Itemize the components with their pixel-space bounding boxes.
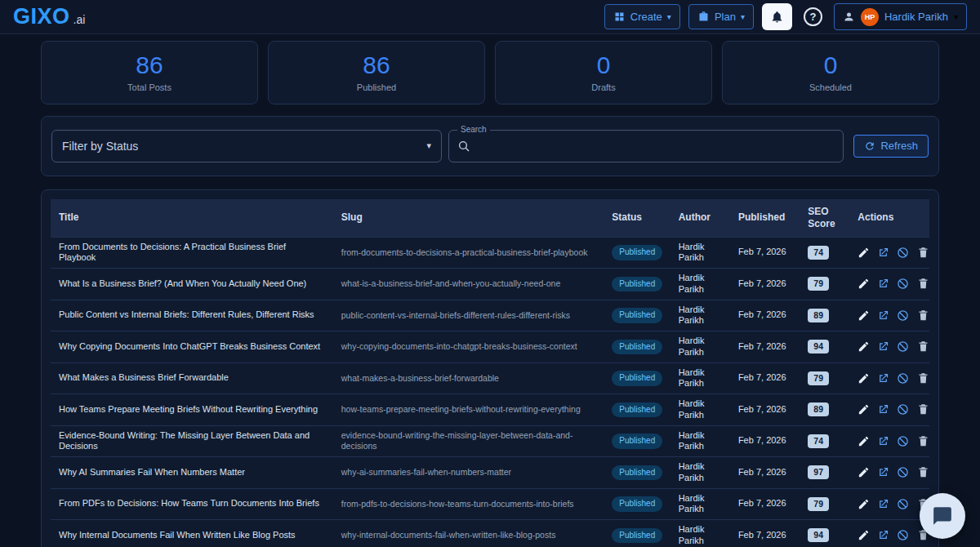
post-status-cell: Published: [604, 457, 670, 489]
post-status-cell: Published: [604, 331, 670, 363]
delete-icon[interactable]: [917, 340, 929, 353]
post-title: What Makes a Business Brief Forwardable: [51, 362, 333, 394]
refresh-button-label: Refresh: [880, 140, 918, 152]
post-published-date: Feb 7, 2026: [730, 331, 800, 363]
unpublish-icon[interactable]: [897, 403, 909, 416]
search-input[interactable]: [477, 139, 835, 153]
user-menu[interactable]: HP Hardik Parikh ▾: [834, 3, 967, 30]
stat-value: 0: [729, 51, 932, 80]
table-body: From Documents to Decisions: A Practical…: [51, 237, 929, 547]
open-external-icon[interactable]: [877, 278, 889, 290]
post-slug: from-documents-to-decisions-a-practical-…: [333, 237, 604, 269]
post-seo-cell: 79: [800, 488, 849, 520]
post-title: Evidence-Bound Writing: The Missing Laye…: [51, 425, 333, 457]
column-header-actions: Actions: [849, 199, 929, 238]
unpublish-icon[interactable]: [897, 278, 909, 290]
delete-icon[interactable]: [917, 247, 929, 259]
stat-label: Total Posts: [48, 82, 251, 92]
stat-label: Scheduled: [729, 82, 932, 92]
unpublish-icon[interactable]: [897, 435, 909, 447]
post-published-date: Feb 7, 2026: [730, 488, 800, 520]
post-published-date: Feb 7, 2026: [730, 237, 800, 269]
chat-fab-button[interactable]: [920, 493, 965, 539]
delete-icon[interactable]: [917, 372, 929, 385]
delete-icon[interactable]: [917, 403, 929, 416]
refresh-icon: [864, 140, 875, 152]
edit-icon[interactable]: [858, 247, 870, 259]
post-title: From Documents to Decisions: A Practical…: [51, 237, 333, 269]
post-slug: what-is-a-business-brief-and-when-you-ac…: [333, 269, 604, 300]
edit-icon[interactable]: [858, 466, 870, 478]
edit-icon[interactable]: [858, 340, 870, 353]
column-header-status: Status: [604, 199, 670, 238]
post-published-date: Feb 7, 2026: [730, 300, 800, 331]
post-seo-cell: 74: [800, 237, 849, 269]
unpublish-icon[interactable]: [897, 372, 909, 385]
post-slug: why-internal-documents-fail-when-written…: [333, 520, 604, 547]
notifications-button[interactable]: [762, 3, 792, 30]
table-row: What Is a Business Brief? (And When You …: [51, 269, 929, 300]
edit-icon[interactable]: [858, 498, 870, 510]
delete-icon[interactable]: [917, 435, 929, 447]
post-slug: public-content-vs-internal-briefs-differ…: [333, 300, 604, 331]
post-author: Hardik Parikh: [670, 457, 730, 489]
unpublish-icon[interactable]: [897, 247, 909, 259]
stat-card-published: 86 Published: [268, 41, 485, 105]
post-author: Hardik Parikh: [670, 269, 730, 300]
edit-icon[interactable]: [858, 309, 870, 322]
post-actions: [849, 362, 929, 394]
post-title: Public Content vs Internal Briefs: Diffe…: [51, 300, 333, 331]
column-header-slug: Slug: [333, 199, 604, 238]
open-external-icon[interactable]: [877, 372, 889, 385]
status-badge: Published: [612, 434, 662, 449]
delete-icon[interactable]: [917, 278, 929, 290]
create-button[interactable]: Create ▾: [604, 4, 680, 29]
post-published-date: Feb 7, 2026: [730, 362, 800, 394]
status-filter-select[interactable]: Filter by Status ▾: [51, 130, 442, 162]
delete-icon[interactable]: [917, 466, 929, 478]
unpublish-icon[interactable]: [897, 466, 909, 478]
delete-icon[interactable]: [917, 309, 929, 322]
open-external-icon[interactable]: [877, 435, 889, 447]
post-actions: [849, 425, 929, 457]
post-title: From PDFs to Decisions: How Teams Turn D…: [51, 488, 333, 520]
edit-icon[interactable]: [858, 372, 870, 385]
unpublish-icon[interactable]: [897, 498, 909, 510]
post-status-cell: Published: [604, 362, 670, 394]
open-external-icon[interactable]: [877, 529, 889, 541]
column-header-seo-score: SEO Score: [800, 199, 849, 238]
search-label: Search: [457, 125, 490, 134]
post-seo-cell: 89: [800, 300, 849, 331]
table-row: What Makes a Business Brief Forwardable …: [51, 362, 929, 394]
help-button[interactable]: ?: [804, 7, 822, 26]
post-title: Why Internal Documents Fail When Written…: [51, 520, 333, 547]
seo-score-badge: 89: [808, 402, 829, 416]
edit-icon[interactable]: [858, 529, 870, 541]
edit-icon[interactable]: [858, 435, 870, 447]
post-seo-cell: 79: [800, 362, 849, 394]
post-actions: [849, 457, 929, 489]
open-external-icon[interactable]: [877, 403, 889, 416]
edit-icon[interactable]: [858, 278, 870, 290]
brand-logo[interactable]: GIXO .ai: [13, 6, 85, 28]
post-author: Hardik Parikh: [670, 425, 730, 457]
search-field[interactable]: Search: [448, 130, 844, 162]
open-external-icon[interactable]: [877, 309, 889, 322]
chevron-down-icon: ▾: [954, 13, 958, 21]
refresh-button[interactable]: Refresh: [853, 135, 929, 158]
chat-bubble-icon: [932, 505, 953, 527]
unpublish-icon[interactable]: [897, 309, 909, 322]
post-status-cell: Published: [604, 394, 670, 426]
open-external-icon[interactable]: [877, 340, 889, 353]
plan-button-label: Plan: [715, 11, 736, 23]
open-external-icon[interactable]: [877, 498, 889, 510]
post-status-cell: Published: [604, 520, 670, 547]
unpublish-icon[interactable]: [897, 340, 909, 353]
unpublish-icon[interactable]: [897, 529, 909, 541]
open-external-icon[interactable]: [877, 247, 889, 259]
plan-button[interactable]: Plan ▾: [688, 4, 754, 29]
open-external-icon[interactable]: [877, 466, 889, 478]
seo-score-badge: 79: [808, 497, 829, 511]
edit-icon[interactable]: [858, 403, 870, 416]
post-actions: [849, 269, 929, 300]
